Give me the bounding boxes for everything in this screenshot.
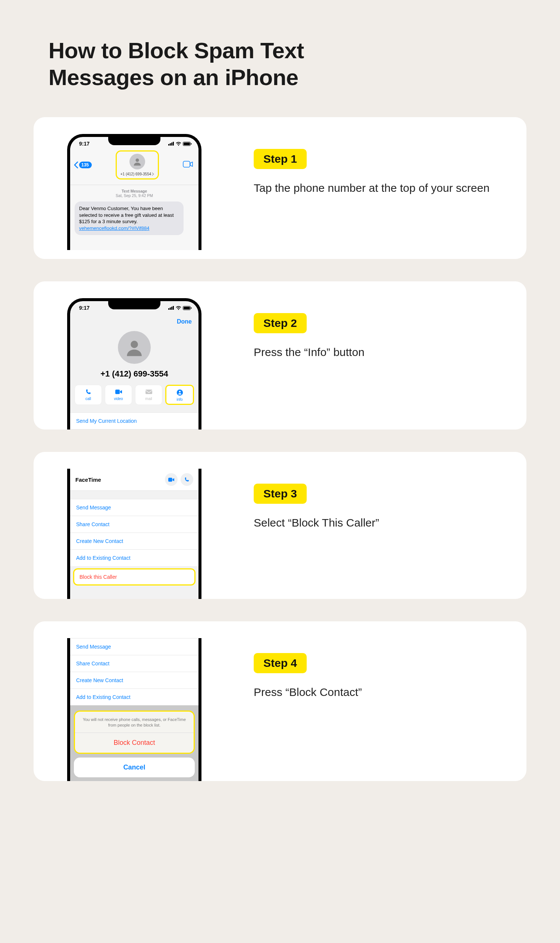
share-contact-row[interactable]: Share Contact [70, 655, 198, 672]
video-icon[interactable] [165, 473, 178, 486]
video-button[interactable]: video [105, 385, 132, 405]
create-contact-row[interactable]: Create New Contact [70, 672, 198, 689]
block-contact-button[interactable]: Block Contact [75, 733, 194, 753]
svg-rect-14 [183, 307, 190, 309]
phone-mock-3: FaceTime Send Message Share Contact Crea… [67, 469, 202, 599]
step-desc-3: Select “Block This Caller” [254, 515, 504, 531]
message-bubble[interactable]: Dear Venmo Customer, You have been selec… [75, 202, 183, 235]
phone-mock-4: Send Message Share Contact Create New Co… [67, 638, 202, 781]
send-message-row[interactable]: Send Message [70, 638, 198, 655]
mail-icon [135, 388, 162, 395]
video-icon [105, 388, 132, 395]
facetime-icon[interactable] [183, 161, 193, 169]
phone-icon [75, 388, 102, 395]
share-contact-row[interactable]: Share Contact [70, 516, 198, 532]
avatar-icon [118, 331, 151, 364]
send-message-row[interactable]: Send Message [70, 499, 198, 516]
notch [108, 300, 160, 309]
contact-number-big: +1 (412) 699-3554 [70, 369, 198, 379]
step-badge-1: Step 1 [254, 149, 307, 169]
contact-number-small: +1 (412) 699-3554 [120, 172, 154, 176]
status-time: 9:17 [79, 141, 89, 147]
add-existing-row[interactable]: Add to Existing Contact [70, 549, 198, 566]
phone-icon[interactable] [181, 473, 193, 486]
status-bar: 9:17 [70, 301, 198, 312]
step-card-4: Send Message Share Contact Create New Co… [34, 621, 526, 781]
done-button[interactable]: Done [177, 318, 192, 325]
step-card-1: 9:17 135 +1 (412) 69 [34, 117, 526, 259]
signal-icon [168, 142, 174, 146]
facetime-row[interactable]: FaceTime [70, 469, 198, 491]
page-title: How to Block Spam Text Messages on an iP… [49, 37, 384, 91]
phone-mock-1: 9:17 135 +1 (412) 69 [67, 134, 202, 250]
sheet-message: You will not receive phone calls, messag… [75, 712, 194, 733]
svg-rect-15 [191, 307, 192, 309]
avatar-icon [129, 154, 145, 169]
svg-rect-18 [146, 389, 152, 394]
message-meta: Text Message Sat, Sep 25, 9:42 PM [70, 185, 198, 200]
add-existing-row[interactable]: Add to Existing Contact [70, 689, 198, 705]
step-card-3: FaceTime Send Message Share Contact Crea… [34, 452, 526, 599]
phone-mock-2: 9:17 Done +1 (412) 699-3554 call [67, 298, 202, 429]
step-badge-4: Step 4 [254, 653, 307, 673]
svg-rect-5 [183, 143, 190, 145]
svg-rect-0 [168, 144, 169, 146]
create-contact-row[interactable]: Create New Contact [70, 532, 198, 549]
svg-rect-6 [191, 143, 192, 145]
contact-header-button[interactable]: +1 (412) 699-3554 [115, 151, 159, 180]
step-badge-2: Step 2 [254, 313, 307, 333]
block-caller-row[interactable]: Block this Caller [73, 568, 195, 586]
step-badge-3: Step 3 [254, 484, 307, 504]
battery-icon [183, 142, 192, 146]
chevron-right-icon [152, 172, 154, 176]
notch [108, 136, 160, 145]
back-chevron-icon[interactable] [74, 162, 78, 168]
block-action-sheet: You will not receive phone calls, messag… [74, 711, 195, 754]
svg-rect-12 [173, 306, 174, 310]
back-unread-pill[interactable]: 135 [79, 162, 92, 168]
svg-point-7 [135, 158, 139, 162]
step-card-2: 9:17 Done +1 (412) 699-3554 call [34, 282, 526, 429]
svg-point-20 [179, 391, 181, 392]
status-time: 9:17 [79, 305, 89, 311]
svg-rect-21 [168, 478, 172, 482]
status-bar: 9:17 [70, 137, 198, 148]
svg-rect-10 [170, 308, 171, 310]
cancel-button[interactable]: Cancel [74, 758, 195, 777]
svg-point-19 [177, 389, 183, 396]
spam-link[interactable]: vehemenceflookd.com/?#IVif884 [79, 225, 149, 231]
wifi-icon [176, 306, 181, 310]
battery-icon [183, 306, 192, 310]
svg-rect-9 [168, 308, 169, 310]
info-icon [166, 389, 193, 396]
info-button[interactable]: info [165, 385, 194, 405]
svg-rect-17 [115, 389, 120, 394]
mail-button: mail [135, 385, 162, 405]
svg-rect-2 [171, 143, 172, 146]
send-location-row[interactable]: Send My Current Location [70, 412, 198, 429]
svg-rect-8 [183, 161, 190, 167]
svg-rect-11 [171, 307, 172, 310]
step-desc-2: Press the “Info” button [254, 345, 504, 360]
wifi-icon [176, 142, 181, 146]
svg-rect-1 [170, 143, 171, 146]
svg-rect-3 [173, 142, 174, 146]
signal-icon [168, 306, 174, 310]
call-button[interactable]: call [75, 385, 102, 405]
svg-point-16 [131, 341, 138, 348]
step-desc-1: Tap the phone number at the top of your … [254, 180, 504, 196]
step-desc-4: Press “Block Contact” [254, 685, 504, 700]
